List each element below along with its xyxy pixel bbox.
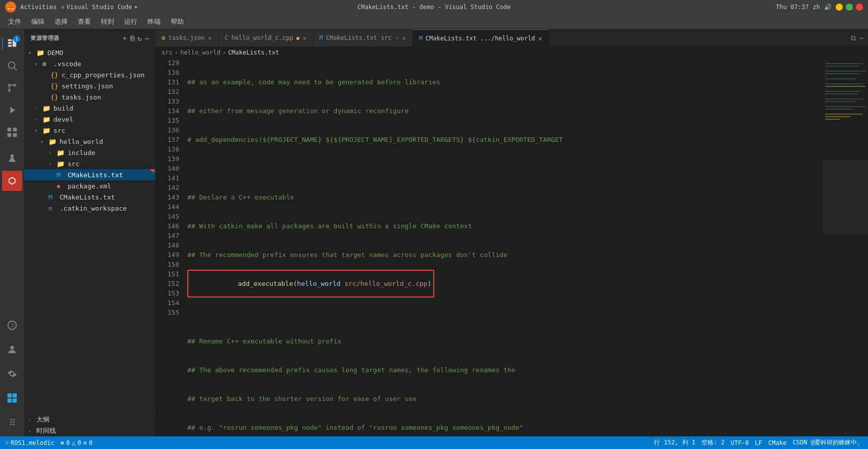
tab-tasks[interactable]: ⚙ tasks.json ✕: [156, 29, 219, 47]
breadcrumb-file[interactable]: CMakeLists.txt: [228, 49, 279, 56]
tab-cmakelists-src[interactable]: M CMakeLists.txt src › ✕: [313, 29, 413, 47]
line-num: 134: [156, 106, 179, 116]
tree-item-include[interactable]: › 📁 include: [24, 147, 156, 158]
encoding-indicator[interactable]: UTF-8: [731, 439, 749, 446]
more-actions-icon[interactable]: ⋯: [860, 34, 864, 42]
tab-cmakelists-hello[interactable]: M CMakeLists.txt .../hello_world ✕: [413, 29, 549, 47]
menu-file[interactable]: 文件: [4, 16, 25, 27]
menu-select[interactable]: 选择: [50, 16, 72, 27]
minimize-button[interactable]: [836, 4, 843, 11]
flask-icon[interactable]: [2, 148, 22, 169]
svg-rect-21: [825, 78, 855, 79]
timeline-section[interactable]: › 时间线: [24, 425, 156, 436]
help-icon[interactable]: ?: [2, 315, 22, 335]
tab-hello-world-cpp[interactable]: C hello_world_c.cpp ● ✕: [219, 29, 314, 47]
expand-arrow: ›: [34, 117, 42, 122]
breadcrumb-src[interactable]: src: [162, 49, 173, 56]
code-line-135: ## The recommended prefix ensures that t…: [187, 250, 823, 260]
window-controls: [836, 4, 863, 11]
line-num: 148: [156, 240, 179, 250]
menu-view[interactable]: 查看: [74, 16, 95, 27]
breadcrumb-sep1: ›: [175, 49, 178, 56]
expand-arrow: ›: [48, 161, 57, 167]
tab-label: tasks.json: [168, 34, 205, 41]
outline-section[interactable]: › 大纲: [24, 414, 156, 425]
source-control-icon[interactable]: [2, 78, 22, 98]
language-indicator[interactable]: CMake: [769, 439, 787, 446]
remote-icon[interactable]: [2, 171, 22, 191]
menu-goto[interactable]: 转到: [97, 16, 118, 27]
search-icon[interactable]: [2, 56, 22, 76]
maximize-button[interactable]: [846, 4, 853, 11]
speaker-icon[interactable]: 🔊: [824, 4, 832, 11]
svg-rect-15: [13, 398, 17, 403]
new-file-button[interactable]: +: [123, 34, 127, 42]
tab-close-button[interactable]: ✕: [538, 34, 542, 42]
explorer-icon[interactable]: 1: [2, 33, 22, 54]
collapse-all-button[interactable]: ⋯: [145, 34, 149, 42]
line-num: 146: [156, 221, 179, 231]
tree-item-src2[interactable]: › 📁 src: [24, 158, 156, 169]
indent-indicator[interactable]: 空格: 2: [701, 438, 725, 447]
new-folder-button[interactable]: ⎘: [130, 34, 135, 42]
sidebar-header: 资源管理器 + ⎘ ↻ ⋯: [24, 29, 156, 47]
tree-item-cmakelists-root[interactable]: M CMakeLists.txt: [24, 191, 156, 203]
svg-rect-26: [825, 98, 863, 99]
menu-edit[interactable]: 编辑: [27, 16, 48, 27]
tab-close-button[interactable]: ✕: [402, 34, 406, 42]
folder-icon: 📁: [57, 149, 66, 157]
run-icon[interactable]: [2, 100, 22, 120]
svg-rect-18: [825, 66, 858, 67]
eol-indicator[interactable]: LF: [755, 439, 762, 446]
code-line-133: ## Declare a C++ executable: [187, 192, 823, 202]
json-icon: {}: [50, 82, 60, 90]
tree-label: include: [68, 149, 95, 157]
menu-run[interactable]: 运行: [120, 16, 141, 27]
svg-point-3: [14, 84, 16, 86]
svg-point-11: [10, 346, 14, 350]
close-button[interactable]: [856, 4, 863, 11]
split-editor-icon[interactable]: ⧉: [851, 34, 856, 42]
statusbar-right: 行 152, 列 1 空格: 2 UTF-8 LF CMake CSDN @爱科…: [654, 438, 863, 447]
cursor-position[interactable]: 行 152, 列 1: [654, 438, 695, 447]
tree-item-build[interactable]: › 📁 build: [24, 103, 156, 114]
tree-item-settings[interactable]: {} settings.json: [24, 80, 156, 91]
line-num: 132: [156, 87, 179, 96]
branch-indicator[interactable]: ⑂ ROS1.melodic: [5, 439, 55, 446]
vscode-activity-icon[interactable]: [2, 388, 22, 408]
tree-item-devel[interactable]: › 📁 devel: [24, 114, 156, 125]
activities-label[interactable]: Activities: [20, 4, 57, 11]
code-line-140: ## target back to the shorter version fo…: [187, 394, 823, 404]
tree-item-tasks-json[interactable]: {} tasks.json: [24, 91, 156, 103]
grid-icon[interactable]: ⠿: [2, 412, 22, 432]
menu-terminal[interactable]: 终端: [143, 16, 165, 27]
account-icon[interactable]: [2, 339, 22, 360]
errors-indicator[interactable]: ⊗ 0 △ 0 ⊘ 0: [61, 439, 92, 446]
tree-label: src: [68, 160, 79, 168]
tab-close-button[interactable]: ✕: [208, 34, 212, 42]
tree-item-cmakelists-hw[interactable]: M CMakeLists.txt ◀: [24, 169, 156, 180]
folder-icon: ⚙: [42, 60, 52, 68]
error-count: 0: [66, 439, 70, 446]
tab-close-button[interactable]: ✕: [302, 34, 307, 42]
tree-item-demo[interactable]: ▾ 📁 DEMO: [24, 47, 156, 58]
breadcrumb-hello-world[interactable]: hello_world: [180, 49, 220, 56]
tree-item-catkin[interactable]: ≡ .catkin_workspace: [24, 203, 156, 214]
line-num: 155: [156, 308, 179, 317]
refresh-button[interactable]: ↻: [137, 34, 142, 42]
code-editor[interactable]: 129 130 131 132 133 134 135 136 137 138 …: [156, 58, 868, 436]
line-num: 147: [156, 231, 179, 240]
tree-item-hello-world[interactable]: ▾ 📁 hello_world: [24, 136, 156, 147]
tree-item-package-xml[interactable]: ✱ package.xml: [24, 180, 156, 191]
settings-icon[interactable]: [2, 364, 22, 384]
menu-help[interactable]: 帮助: [167, 16, 188, 27]
cmake-icon: M: [48, 193, 58, 201]
tree-item-c-cpp[interactable]: {} c_cpp_properties.json: [24, 69, 156, 80]
tree-item-vscode[interactable]: ▾ ⚙ .vscode: [24, 58, 156, 69]
vscode-launcher[interactable]: ❖ Visual Studio Code ▾: [61, 4, 138, 11]
tree-label: devel: [54, 116, 73, 123]
line-num: 140: [156, 164, 179, 173]
extensions-icon[interactable]: [2, 122, 22, 142]
code-content[interactable]: ## as an example, code may need to be ge…: [183, 58, 823, 436]
tree-item-src[interactable]: ▾ 📁 src: [24, 125, 156, 136]
